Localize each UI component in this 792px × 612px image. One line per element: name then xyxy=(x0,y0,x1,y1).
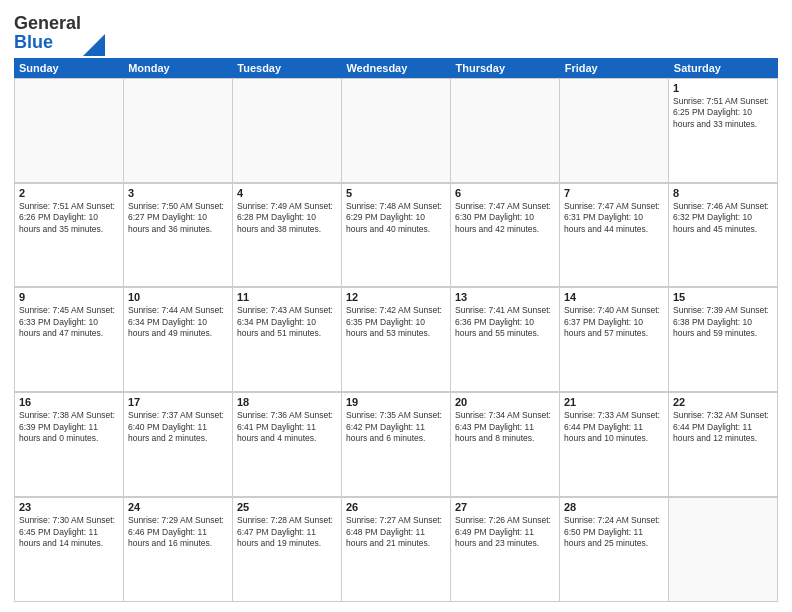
calendar-body: 1Sunrise: 7:51 AM Sunset: 6:25 PM Daylig… xyxy=(14,78,778,602)
calendar-cell: 6Sunrise: 7:47 AM Sunset: 6:30 PM Daylig… xyxy=(451,184,560,288)
calendar-cell: 16Sunrise: 7:38 AM Sunset: 6:39 PM Dayli… xyxy=(15,393,124,497)
page-container: GeneralBlue SundayMondayTuesdayWednesday… xyxy=(0,0,792,612)
calendar-cell: 5Sunrise: 7:48 AM Sunset: 6:29 PM Daylig… xyxy=(342,184,451,288)
calendar-cell: 1Sunrise: 7:51 AM Sunset: 6:25 PM Daylig… xyxy=(669,79,778,183)
day-number: 3 xyxy=(128,187,228,199)
calendar-cell xyxy=(451,79,560,183)
calendar-cell xyxy=(342,79,451,183)
calendar-cell xyxy=(15,79,124,183)
day-number: 13 xyxy=(455,291,555,303)
weekday-header: Thursday xyxy=(451,58,560,78)
logo-text: GeneralBlue xyxy=(14,14,81,52)
day-info: Sunrise: 7:44 AM Sunset: 6:34 PM Dayligh… xyxy=(128,305,228,339)
day-info: Sunrise: 7:46 AM Sunset: 6:32 PM Dayligh… xyxy=(673,201,773,235)
day-number: 12 xyxy=(346,291,446,303)
day-info: Sunrise: 7:47 AM Sunset: 6:31 PM Dayligh… xyxy=(564,201,664,235)
calendar-cell: 25Sunrise: 7:28 AM Sunset: 6:47 PM Dayli… xyxy=(233,498,342,602)
day-info: Sunrise: 7:45 AM Sunset: 6:33 PM Dayligh… xyxy=(19,305,119,339)
calendar-cell: 17Sunrise: 7:37 AM Sunset: 6:40 PM Dayli… xyxy=(124,393,233,497)
day-info: Sunrise: 7:39 AM Sunset: 6:38 PM Dayligh… xyxy=(673,305,773,339)
calendar-cell: 22Sunrise: 7:32 AM Sunset: 6:44 PM Dayli… xyxy=(669,393,778,497)
calendar-cell: 11Sunrise: 7:43 AM Sunset: 6:34 PM Dayli… xyxy=(233,288,342,392)
day-info: Sunrise: 7:50 AM Sunset: 6:27 PM Dayligh… xyxy=(128,201,228,235)
day-number: 27 xyxy=(455,501,555,513)
calendar-cell: 12Sunrise: 7:42 AM Sunset: 6:35 PM Dayli… xyxy=(342,288,451,392)
day-info: Sunrise: 7:40 AM Sunset: 6:37 PM Dayligh… xyxy=(564,305,664,339)
calendar-cell: 27Sunrise: 7:26 AM Sunset: 6:49 PM Dayli… xyxy=(451,498,560,602)
calendar-week: 16Sunrise: 7:38 AM Sunset: 6:39 PM Dayli… xyxy=(14,392,778,497)
day-number: 16 xyxy=(19,396,119,408)
logo: GeneralBlue xyxy=(14,14,105,52)
day-info: Sunrise: 7:51 AM Sunset: 6:25 PM Dayligh… xyxy=(673,96,773,130)
day-number: 22 xyxy=(673,396,773,408)
calendar-cell: 15Sunrise: 7:39 AM Sunset: 6:38 PM Dayli… xyxy=(669,288,778,392)
day-info: Sunrise: 7:35 AM Sunset: 6:42 PM Dayligh… xyxy=(346,410,446,444)
day-info: Sunrise: 7:42 AM Sunset: 6:35 PM Dayligh… xyxy=(346,305,446,339)
calendar: SundayMondayTuesdayWednesdayThursdayFrid… xyxy=(14,58,778,602)
day-info: Sunrise: 7:33 AM Sunset: 6:44 PM Dayligh… xyxy=(564,410,664,444)
calendar-cell: 26Sunrise: 7:27 AM Sunset: 6:48 PM Dayli… xyxy=(342,498,451,602)
day-info: Sunrise: 7:43 AM Sunset: 6:34 PM Dayligh… xyxy=(237,305,337,339)
day-info: Sunrise: 7:24 AM Sunset: 6:50 PM Dayligh… xyxy=(564,515,664,549)
day-info: Sunrise: 7:36 AM Sunset: 6:41 PM Dayligh… xyxy=(237,410,337,444)
calendar-cell: 21Sunrise: 7:33 AM Sunset: 6:44 PM Dayli… xyxy=(560,393,669,497)
day-number: 10 xyxy=(128,291,228,303)
calendar-cell: 10Sunrise: 7:44 AM Sunset: 6:34 PM Dayli… xyxy=(124,288,233,392)
weekday-header: Saturday xyxy=(669,58,778,78)
calendar-cell: 28Sunrise: 7:24 AM Sunset: 6:50 PM Dayli… xyxy=(560,498,669,602)
day-number: 7 xyxy=(564,187,664,199)
weekday-header: Sunday xyxy=(14,58,123,78)
calendar-cell: 20Sunrise: 7:34 AM Sunset: 6:43 PM Dayli… xyxy=(451,393,560,497)
calendar-cell: 4Sunrise: 7:49 AM Sunset: 6:28 PM Daylig… xyxy=(233,184,342,288)
calendar-week: 23Sunrise: 7:30 AM Sunset: 6:45 PM Dayli… xyxy=(14,497,778,602)
calendar-cell: 13Sunrise: 7:41 AM Sunset: 6:36 PM Dayli… xyxy=(451,288,560,392)
calendar-cell: 9Sunrise: 7:45 AM Sunset: 6:33 PM Daylig… xyxy=(15,288,124,392)
calendar-week: 9Sunrise: 7:45 AM Sunset: 6:33 PM Daylig… xyxy=(14,287,778,392)
day-info: Sunrise: 7:34 AM Sunset: 6:43 PM Dayligh… xyxy=(455,410,555,444)
calendar-week: 2Sunrise: 7:51 AM Sunset: 6:26 PM Daylig… xyxy=(14,183,778,288)
svg-marker-0 xyxy=(83,34,105,56)
day-number: 19 xyxy=(346,396,446,408)
day-info: Sunrise: 7:27 AM Sunset: 6:48 PM Dayligh… xyxy=(346,515,446,549)
calendar-week: 1Sunrise: 7:51 AM Sunset: 6:25 PM Daylig… xyxy=(14,78,778,183)
day-number: 1 xyxy=(673,82,773,94)
calendar-cell xyxy=(669,498,778,602)
day-number: 21 xyxy=(564,396,664,408)
calendar-cell: 19Sunrise: 7:35 AM Sunset: 6:42 PM Dayli… xyxy=(342,393,451,497)
day-number: 23 xyxy=(19,501,119,513)
day-info: Sunrise: 7:47 AM Sunset: 6:30 PM Dayligh… xyxy=(455,201,555,235)
day-number: 17 xyxy=(128,396,228,408)
calendar-cell: 2Sunrise: 7:51 AM Sunset: 6:26 PM Daylig… xyxy=(15,184,124,288)
day-number: 15 xyxy=(673,291,773,303)
day-info: Sunrise: 7:37 AM Sunset: 6:40 PM Dayligh… xyxy=(128,410,228,444)
calendar-cell xyxy=(560,79,669,183)
day-number: 28 xyxy=(564,501,664,513)
weekday-header: Friday xyxy=(560,58,669,78)
day-number: 14 xyxy=(564,291,664,303)
day-info: Sunrise: 7:30 AM Sunset: 6:45 PM Dayligh… xyxy=(19,515,119,549)
day-number: 2 xyxy=(19,187,119,199)
calendar-cell: 23Sunrise: 7:30 AM Sunset: 6:45 PM Dayli… xyxy=(15,498,124,602)
logo-triangle-icon xyxy=(83,34,105,56)
day-number: 6 xyxy=(455,187,555,199)
calendar-cell: 24Sunrise: 7:29 AM Sunset: 6:46 PM Dayli… xyxy=(124,498,233,602)
day-number: 20 xyxy=(455,396,555,408)
weekday-header: Wednesday xyxy=(341,58,450,78)
day-number: 18 xyxy=(237,396,337,408)
day-info: Sunrise: 7:48 AM Sunset: 6:29 PM Dayligh… xyxy=(346,201,446,235)
day-number: 11 xyxy=(237,291,337,303)
day-number: 9 xyxy=(19,291,119,303)
calendar-header: SundayMondayTuesdayWednesdayThursdayFrid… xyxy=(14,58,778,78)
day-info: Sunrise: 7:29 AM Sunset: 6:46 PM Dayligh… xyxy=(128,515,228,549)
calendar-cell xyxy=(233,79,342,183)
day-number: 5 xyxy=(346,187,446,199)
calendar-cell: 7Sunrise: 7:47 AM Sunset: 6:31 PM Daylig… xyxy=(560,184,669,288)
day-number: 8 xyxy=(673,187,773,199)
day-number: 26 xyxy=(346,501,446,513)
day-info: Sunrise: 7:41 AM Sunset: 6:36 PM Dayligh… xyxy=(455,305,555,339)
day-info: Sunrise: 7:32 AM Sunset: 6:44 PM Dayligh… xyxy=(673,410,773,444)
calendar-cell: 3Sunrise: 7:50 AM Sunset: 6:27 PM Daylig… xyxy=(124,184,233,288)
weekday-header: Monday xyxy=(123,58,232,78)
calendar-cell xyxy=(124,79,233,183)
calendar-cell: 18Sunrise: 7:36 AM Sunset: 6:41 PM Dayli… xyxy=(233,393,342,497)
